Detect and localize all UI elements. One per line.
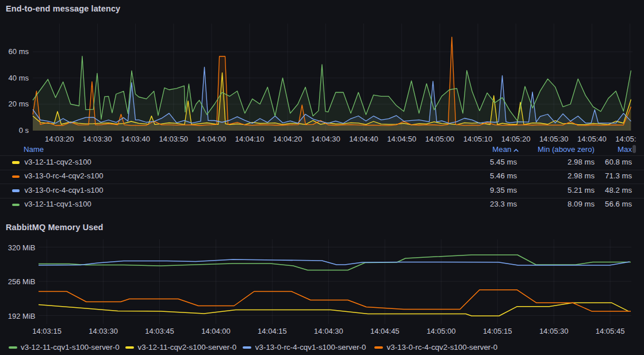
svg-text:14:04:45: 14:04:45 (370, 327, 400, 335)
svg-text:256 MiB: 256 MiB (8, 277, 36, 286)
svg-text:320 MiB: 320 MiB (8, 243, 36, 252)
svg-text:14:03:40: 14:03:40 (121, 135, 150, 143)
svg-text:60 ms: 60 ms (9, 47, 29, 56)
svg-text:14:05:00: 14:05:00 (425, 135, 454, 143)
svg-text:14:05:45: 14:05:45 (596, 327, 625, 335)
svg-text:14:05:20: 14:05:20 (501, 135, 531, 143)
svg-text:14:05:00: 14:05:00 (427, 327, 456, 335)
svg-text:14:04:50: 14:04:50 (387, 135, 416, 143)
svg-text:14:03:45: 14:03:45 (145, 327, 174, 335)
svg-text:14:05:15: 14:05:15 (483, 327, 512, 335)
svg-text:14:05:50: 14:05:50 (615, 135, 644, 143)
svg-text:14:05:30: 14:05:30 (539, 135, 569, 143)
svg-text:192 MiB: 192 MiB (8, 312, 36, 320)
svg-text:14:03:30: 14:03:30 (89, 327, 118, 335)
svg-text:14:05:40: 14:05:40 (577, 135, 607, 143)
svg-text:14:03:20: 14:03:20 (45, 135, 74, 143)
svg-text:14:04:00: 14:04:00 (197, 135, 227, 143)
svg-text:14:05:30: 14:05:30 (539, 327, 569, 335)
svg-text:14:04:20: 14:04:20 (273, 135, 302, 143)
svg-text:14:03:15: 14:03:15 (32, 327, 62, 335)
svg-text:14:04:30: 14:04:30 (311, 135, 340, 143)
svg-text:14:04:10: 14:04:10 (235, 135, 264, 143)
svg-text:14:04:40: 14:04:40 (349, 135, 378, 143)
svg-text:0 s: 0 s (19, 126, 29, 135)
svg-text:14:05:10: 14:05:10 (463, 135, 493, 143)
svg-text:14:04:00: 14:04:00 (201, 327, 231, 335)
svg-text:14:03:30: 14:03:30 (83, 135, 112, 143)
svg-text:14:03:50: 14:03:50 (159, 135, 188, 143)
svg-text:40 ms: 40 ms (9, 74, 29, 82)
svg-text:14:04:15: 14:04:15 (258, 327, 287, 335)
svg-text:20 ms: 20 ms (9, 100, 29, 108)
svg-text:14:04:30: 14:04:30 (314, 327, 343, 335)
